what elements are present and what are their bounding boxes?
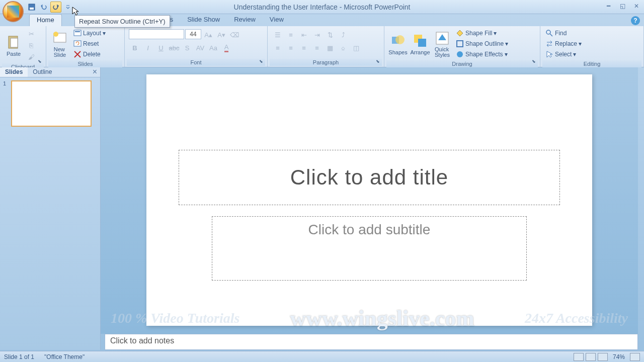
shapes-button[interactable]: Shapes xyxy=(387,32,409,56)
undo-icon[interactable] xyxy=(38,2,49,13)
title-placeholder[interactable]: Click to add title xyxy=(179,150,560,205)
line-spacing-icon[interactable]: ⇅ xyxy=(324,29,336,40)
subtitle-placeholder[interactable]: Click to add subtitle xyxy=(212,216,527,281)
italic-icon[interactable]: I xyxy=(142,42,154,53)
bullets-icon[interactable]: ☰ xyxy=(272,29,284,40)
shrink-font-icon[interactable]: A▾ xyxy=(215,29,227,40)
window-controls: ━ ◱ ✕ xyxy=(603,2,642,11)
tooltip-repeat: Repeat Show Outline (Ctrl+Y) xyxy=(74,15,170,28)
pane-tab-slides[interactable]: Slides xyxy=(0,67,28,77)
slideshow-view-icon[interactable] xyxy=(598,353,608,361)
font-size-input[interactable] xyxy=(185,29,201,39)
watermark-left: 100 % Video Tutorials xyxy=(111,310,239,326)
change-case-icon[interactable]: Aa xyxy=(207,42,219,53)
select-button[interactable]: Select ▾ xyxy=(543,49,584,59)
pane-close-icon[interactable]: × xyxy=(90,67,100,77)
text-direction-icon[interactable]: ⤴ xyxy=(337,29,349,40)
char-spacing-icon[interactable]: AV xyxy=(194,42,206,53)
sorter-view-icon[interactable] xyxy=(586,353,596,361)
thumbnail-list: 1 xyxy=(0,77,100,130)
group-drawing-label: Drawing xyxy=(386,60,538,67)
format-painter-icon[interactable]: 🖌 xyxy=(25,51,37,62)
status-theme: "Office Theme" xyxy=(44,353,85,360)
paste-button[interactable]: Paste xyxy=(3,33,24,58)
quick-styles-icon xyxy=(434,30,450,46)
notes-pane[interactable]: Click to add notes xyxy=(105,334,638,350)
redo-icon[interactable] xyxy=(50,2,61,13)
delete-button[interactable]: Delete xyxy=(71,49,108,59)
svg-rect-14 xyxy=(457,41,463,47)
svg-rect-1 xyxy=(30,8,34,10)
justify-icon[interactable]: ≡ xyxy=(311,42,323,53)
layout-button[interactable]: Layout ▾ xyxy=(71,28,108,38)
save-icon[interactable] xyxy=(26,2,37,13)
clear-format-icon[interactable]: ⌫ xyxy=(228,29,240,40)
cut-icon[interactable]: ✂ xyxy=(25,28,37,39)
reset-button[interactable]: Reset xyxy=(71,39,108,49)
svg-point-10 xyxy=(395,35,405,44)
help-button[interactable]: ? xyxy=(631,16,640,25)
quick-access-toolbar xyxy=(26,2,73,13)
group-editing: Find Replace ▾ Select ▾ Editing xyxy=(540,26,644,67)
new-slide-button[interactable]: New Slide xyxy=(49,29,70,59)
find-icon xyxy=(545,29,553,37)
align-right-icon[interactable]: ≡ xyxy=(298,42,310,53)
shadow-icon[interactable]: S xyxy=(181,42,193,53)
tab-view[interactable]: View xyxy=(263,14,291,26)
group-paragraph: ☰ ≡ ⇤ ⇥ ⇅ ⤴ ≡ ≡ ≡ ≡ ▦ ⎐ ◫ Paragraph ⬊ xyxy=(268,26,384,67)
group-drawing: Shapes Arrange Quick Styles Shape Fill ▾… xyxy=(384,26,540,67)
fit-window-icon[interactable] xyxy=(630,353,640,361)
grow-font-icon[interactable]: A▴ xyxy=(202,29,214,40)
columns-icon[interactable]: ▦ xyxy=(324,42,336,53)
align-text-icon[interactable]: ⎐ xyxy=(337,42,349,53)
tab-slideshow[interactable]: Slide Show xyxy=(180,14,227,26)
new-slide-icon xyxy=(52,30,68,46)
font-launcher-icon[interactable]: ⬊ xyxy=(259,59,266,66)
decrease-indent-icon[interactable]: ⇤ xyxy=(298,29,310,40)
quick-styles-button[interactable]: Quick Styles xyxy=(432,29,453,59)
slide-canvas: Click to add title Click to add subtitle xyxy=(101,67,638,334)
tab-home[interactable]: Home xyxy=(29,14,62,26)
copy-icon[interactable]: ⎘ xyxy=(25,40,37,51)
paragraph-launcher-icon[interactable]: ⬊ xyxy=(376,59,383,66)
thumbnail-preview xyxy=(11,80,92,127)
status-bar: Slide 1 of 1 "Office Theme" 74% xyxy=(0,351,644,362)
office-button[interactable] xyxy=(3,1,24,22)
watermark-right: 24x7 Accessibility xyxy=(525,310,628,326)
font-family-input[interactable] xyxy=(129,29,184,39)
tab-review[interactable]: Review xyxy=(227,14,263,26)
watermark-overlay: 100 % Video Tutorials www.wingslive.com … xyxy=(101,303,638,334)
find-button[interactable]: Find xyxy=(543,28,584,38)
underline-icon[interactable]: U xyxy=(155,42,167,53)
slide[interactable]: Click to add title Click to add subtitle xyxy=(146,74,592,326)
svg-rect-12 xyxy=(418,39,426,47)
clipboard-launcher-icon[interactable]: ⬊ xyxy=(38,59,45,66)
shape-outline-button[interactable]: Shape Outline ▾ xyxy=(454,39,510,49)
strike-icon[interactable]: abc xyxy=(168,42,180,53)
drawing-launcher-icon[interactable]: ⬊ xyxy=(532,59,539,66)
increase-indent-icon[interactable]: ⇥ xyxy=(311,29,323,40)
bold-icon[interactable]: B xyxy=(129,42,141,53)
shape-effects-button[interactable]: Shape Effects ▾ xyxy=(454,49,510,59)
smartart-icon[interactable]: ◫ xyxy=(350,42,362,53)
close-button[interactable]: ✕ xyxy=(631,2,642,11)
align-center-icon[interactable]: ≡ xyxy=(285,42,297,53)
select-icon xyxy=(545,50,553,58)
align-left-icon[interactable]: ≡ xyxy=(272,42,284,53)
font-color-icon[interactable]: A xyxy=(220,42,232,53)
numbering-icon[interactable]: ≡ xyxy=(285,29,297,40)
normal-view-icon[interactable] xyxy=(574,353,584,361)
arrange-button[interactable]: Arrange xyxy=(410,32,431,56)
watermark-center: www.wingslive.com xyxy=(290,306,474,331)
pane-tab-outline[interactable]: Outline xyxy=(28,67,57,77)
shapes-icon xyxy=(390,33,406,49)
svg-line-17 xyxy=(550,34,552,36)
slide-thumbnail[interactable]: 1 xyxy=(3,80,97,127)
svg-rect-3 xyxy=(11,38,18,47)
replace-button[interactable]: Replace ▾ xyxy=(543,39,584,49)
status-slide-number: Slide 1 of 1 xyxy=(4,353,34,360)
minimize-button[interactable]: ━ xyxy=(603,2,614,11)
shape-fill-button[interactable]: Shape Fill ▾ xyxy=(454,28,510,38)
svg-point-16 xyxy=(546,30,550,34)
maximize-button[interactable]: ◱ xyxy=(617,2,628,11)
